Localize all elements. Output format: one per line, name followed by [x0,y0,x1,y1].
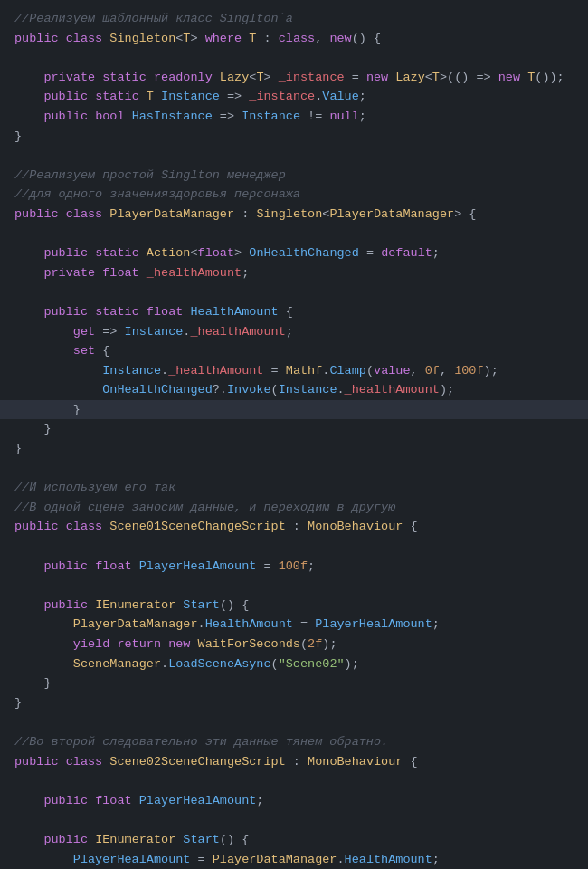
code-line-29: public float PlayerHealAmount = 100f; [0,557,588,577]
code-line-11: public class PlayerDataManager : Singlet… [0,205,588,224]
code-line-19: Instance._healthAmount = Mathf.Clamp(val… [0,361,588,381]
code-line-43: public IEnumerator Start() { [0,830,588,850]
code-line-14: private float _healthAmount; [0,263,588,283]
code-line-18: set { [0,341,588,361]
code-line-34: SceneManager.LoadSceneAsync("Scene02"); [0,654,588,674]
code-line-38: //Во второй следовательно эти данные тян… [0,732,588,752]
code-editor: //Реализуем шаблонный класс Singlton`а p… [0,9,588,869]
code-line-44: PlayerHealAmount = PlayerDataManager.Hea… [0,850,588,869]
code-line-33: yield return new WaitForSeconds(2f); [0,635,588,654]
code-line-25: //И используем его так [0,478,588,498]
code-line-41: public float PlayerHealAmount; [0,791,588,811]
code-line-31: public IEnumerator Start() { [0,596,588,616]
code-line-2: public class Singleton<T> where T : clas… [0,29,588,49]
code-line-15 [0,282,588,302]
code-line-9: //Реализуем простой Singlton менеджер [0,166,588,186]
code-line-40 [0,771,588,791]
code-line-4: private static readonly Lazy<T> _instanc… [0,68,588,88]
code-line-26: //В одной сцене заносим данные, и перехо… [0,498,588,518]
code-line-32: PlayerDataManager.HealthAmount = PlayerH… [0,615,588,635]
code-line-20: OnHealthChanged?.Invoke(Instance._health… [0,380,588,400]
code-line-5: public static T Instance => _instance.Va… [0,87,588,107]
code-line-35: } [0,673,588,693]
code-line-39: public class Scene02SceneChangeScript : … [0,752,588,772]
code-line-17: get => Instance._healthAmount; [0,322,588,342]
code-line-16: public static float HealthAmount { [0,302,588,322]
code-line-21: } [0,400,588,420]
code-line-8 [0,146,588,166]
code-line-27: public class Scene01SceneChangeScript : … [0,517,588,537]
code-line-28 [0,537,588,557]
code-line-36: } [0,693,588,713]
code-line-1: //Реализуем шаблонный класс Singlton`а [0,9,588,29]
code-line-22: } [0,419,588,439]
code-line-3 [0,48,588,68]
code-line-37 [0,712,588,732]
code-line-24 [0,459,588,479]
code-line-12 [0,224,588,244]
code-line-6: public bool HasInstance => Instance != n… [0,107,588,127]
code-line-30 [0,576,588,596]
code-line-7: } [0,127,588,147]
code-line-13: public static Action<float> OnHealthChan… [0,244,588,263]
code-line-10: //для одного значенияздоровья персонажа [0,185,588,205]
code-line-42 [0,810,588,830]
code-line-23: } [0,439,588,459]
comment-text: //Реализуем шаблонный класс Singlton`а [14,9,293,29]
